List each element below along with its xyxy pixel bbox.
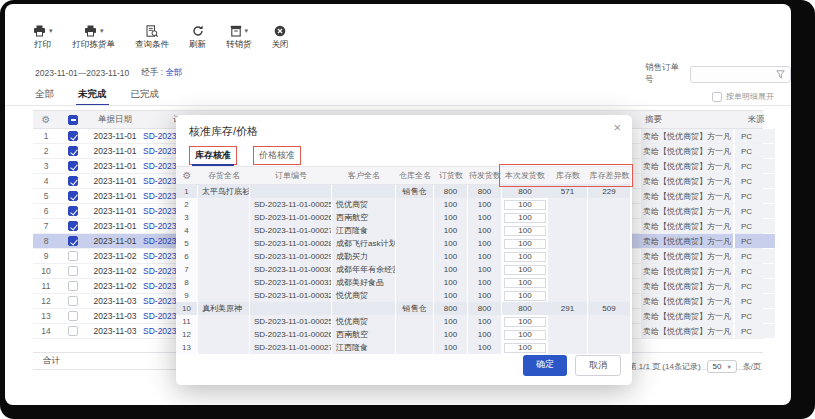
row-checkbox[interactable] bbox=[68, 296, 78, 306]
modal-table-row[interactable]: 6SD-2023-11-01-00029成勒买力100100100 bbox=[176, 250, 631, 263]
modal-table-row[interactable]: 10真利美原神销售仓800800800291509 bbox=[176, 302, 631, 315]
cell-date: 2023-11-01 bbox=[87, 221, 143, 231]
toolbar-button-5[interactable]: 关闭 bbox=[272, 24, 289, 51]
shipping-qty-cell[interactable]: 100 bbox=[504, 278, 546, 288]
gear-icon[interactable]: ⚙ bbox=[33, 114, 59, 125]
row-checkbox[interactable] bbox=[68, 311, 78, 321]
row-index: 1 bbox=[33, 131, 59, 141]
shipping-qty-cell[interactable]: 100 bbox=[504, 265, 546, 275]
shipping-qty-cell[interactable]: 100 bbox=[504, 291, 546, 301]
funnel-icon bbox=[776, 70, 785, 79]
query-icon bbox=[146, 25, 158, 37]
mh-order: 订单编号 bbox=[250, 170, 332, 181]
row-checkbox[interactable] bbox=[68, 266, 78, 276]
row-index: 7 bbox=[176, 263, 198, 276]
modal-table-row[interactable]: 11SD-2023-11-01-00025悦优商贸100100100 bbox=[176, 315, 631, 328]
cell-date: 2023-11-02 bbox=[87, 266, 143, 276]
row-checkbox[interactable] bbox=[68, 191, 78, 201]
row-checkbox[interactable] bbox=[68, 236, 78, 246]
select-all-checkbox[interactable] bbox=[68, 115, 78, 125]
modal-table-row[interactable]: 13SD-2023-11-01-00027江西隆食100100100 bbox=[176, 341, 631, 354]
row-checkbox[interactable] bbox=[68, 251, 78, 261]
modal-table-row[interactable]: 5SD-2023-11-01-00028成都飞行ask计划100100100 bbox=[176, 237, 631, 250]
modal-table-row[interactable]: 12SD-2023-11-01-00026西南航空100100100 bbox=[176, 328, 631, 341]
cell-date: 2023-11-01 bbox=[87, 176, 143, 186]
toolbar-button-0[interactable]: ▾打印 bbox=[33, 24, 53, 51]
row-checkbox[interactable] bbox=[68, 206, 78, 216]
confirm-button[interactable]: 确定 bbox=[523, 355, 567, 376]
row-checkbox[interactable] bbox=[68, 281, 78, 291]
modal-table-row[interactable]: 2SD-2023-11-01-00025悦优商贸100100100 bbox=[176, 198, 631, 211]
order-no-input[interactable] bbox=[690, 66, 791, 83]
cell-order-no: SD-2023-11-01-00031 bbox=[250, 276, 332, 289]
cell-stock-qty bbox=[548, 198, 588, 211]
shipping-qty-cell[interactable]: 100 bbox=[504, 252, 546, 262]
cell-ordered-qty: 100 bbox=[434, 289, 468, 302]
mh-customer: 客户全名 bbox=[332, 170, 396, 181]
shipping-qty-cell[interactable]: 100 bbox=[504, 213, 546, 223]
row-index: 9 bbox=[176, 289, 198, 302]
cell-stock-name bbox=[198, 289, 250, 302]
row-checkbox[interactable] bbox=[68, 161, 78, 171]
row-checkbox[interactable] bbox=[68, 176, 78, 186]
tab-finished[interactable]: 已完成 bbox=[131, 88, 160, 106]
shipping-qty-cell[interactable]: 100 bbox=[504, 330, 546, 340]
shipping-qty-cell[interactable]: 100 bbox=[504, 239, 546, 249]
row-checkbox[interactable] bbox=[68, 221, 78, 231]
expand-checkbox[interactable] bbox=[712, 92, 722, 102]
tab-unfinished[interactable]: 未完成 bbox=[78, 88, 107, 106]
shipping-qty-cell[interactable]: 100 bbox=[504, 343, 546, 353]
cell-warehouse bbox=[396, 315, 434, 328]
tab-price-approve[interactable]: 价格核准 bbox=[253, 146, 301, 165]
cell-warehouse bbox=[396, 224, 434, 237]
mh-ordered: 订货数 bbox=[434, 170, 468, 181]
modal-table-row[interactable]: 9SD-2023-11-01-00032悦优商贸100100100 bbox=[176, 289, 631, 302]
row-checkbox[interactable] bbox=[68, 131, 78, 141]
tab-all[interactable]: 全部 bbox=[35, 88, 54, 106]
cell-summary: 卖给【悦优商贸】方一凡 bbox=[641, 189, 735, 203]
caret-down-icon[interactable]: ▾ bbox=[100, 27, 104, 34]
toolbar-button-label: 打印 bbox=[34, 39, 51, 51]
toolbar-button-1[interactable]: ▾打印拣货单 bbox=[73, 24, 116, 51]
cell-pending-qty: 100 bbox=[468, 315, 502, 328]
modal-table-row[interactable]: 1太平鸟打底衫销售仓800800800571229 bbox=[176, 185, 631, 198]
cell-warehouse bbox=[396, 328, 434, 341]
toolbar-button-3[interactable]: 刷新 bbox=[189, 24, 206, 51]
toolbar-button-2[interactable]: 查询条件 bbox=[135, 24, 169, 51]
row-checkbox[interactable] bbox=[68, 326, 78, 336]
modal-table-row[interactable]: 8SD-2023-11-01-00031成都美好食品100100100 bbox=[176, 276, 631, 289]
cell-source: PC bbox=[735, 159, 777, 173]
row-index: 4 bbox=[176, 224, 198, 237]
shipping-qty-cell[interactable]: 100 bbox=[504, 200, 546, 210]
cancel-button[interactable]: 取消 bbox=[575, 355, 621, 376]
row-index: 6 bbox=[33, 206, 59, 216]
modal-table-row[interactable]: 4SD-2023-11-01-00027江西隆食100100100 bbox=[176, 224, 631, 237]
cell-order-no: SD-2023-11-01-00026 bbox=[250, 211, 332, 224]
shipping-qty-cell[interactable]: 100 bbox=[504, 317, 546, 327]
tab-inventory-approve[interactable]: 库存核准 bbox=[189, 146, 237, 165]
toolbar-button-label: 刷新 bbox=[189, 39, 206, 51]
toolbar-button-4[interactable]: ▾转销货 bbox=[226, 24, 252, 51]
expand-by-detail[interactable]: 按单明细展开 bbox=[712, 91, 774, 102]
shipping-qty-cell[interactable]: 100 bbox=[504, 226, 546, 236]
caret-down-icon[interactable]: ▾ bbox=[49, 27, 53, 34]
cell-date: 2023-11-01 bbox=[87, 206, 143, 216]
row-index: 10 bbox=[176, 302, 198, 315]
shipping-qty-cell[interactable]: 800 bbox=[502, 185, 548, 198]
gear-icon[interactable]: ⚙ bbox=[176, 170, 198, 181]
modal-table-row[interactable]: 3SD-2023-11-01-00026西南航空100100100 bbox=[176, 211, 631, 224]
cell-pending-qty: 100 bbox=[468, 237, 502, 250]
close-icon[interactable]: × bbox=[613, 121, 621, 134]
shipping-qty-cell[interactable]: 800 bbox=[502, 302, 548, 315]
cell-stock-qty bbox=[548, 237, 588, 250]
row-checkbox[interactable] bbox=[68, 146, 78, 156]
handler-value-link[interactable]: 全部 bbox=[165, 67, 182, 77]
modal-table-row[interactable]: 7SD-2023-11-01-00030成都年年有余经营部100100100 bbox=[176, 263, 631, 276]
refresh-icon bbox=[192, 25, 204, 37]
cell-stock-qty bbox=[548, 263, 588, 276]
caret-down-icon[interactable]: ▾ bbox=[245, 27, 249, 34]
page-size-select[interactable]: 50 ▾ bbox=[707, 360, 737, 373]
cell-stock-name bbox=[198, 328, 250, 341]
row-index: 6 bbox=[176, 250, 198, 263]
cell-customer: 江西隆食 bbox=[332, 224, 396, 237]
